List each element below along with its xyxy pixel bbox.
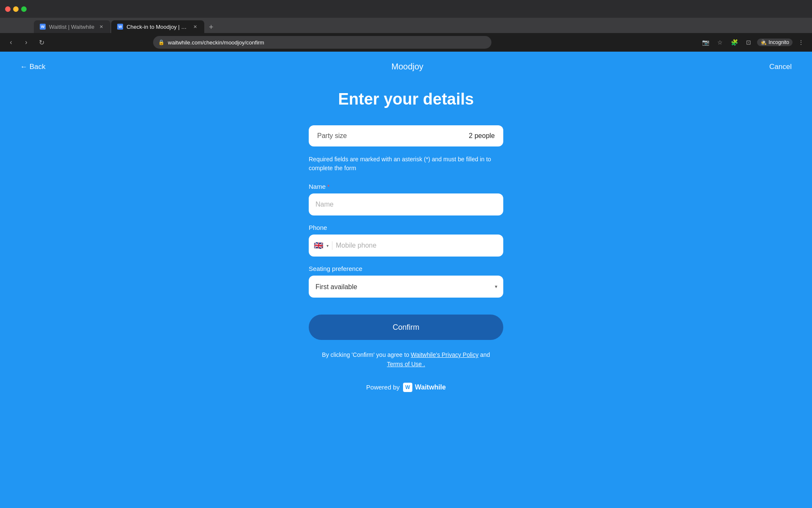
privacy-policy-link[interactable]: Waitwhile's Privacy Policy <box>411 351 478 358</box>
back-label: ← Back <box>20 63 46 71</box>
confirm-button[interactable]: Confirm <box>309 315 503 340</box>
terms-of-use-link[interactable]: Terms of Use . <box>387 361 425 367</box>
legal-and: and <box>480 351 490 358</box>
site-title: Moodjoy <box>392 62 424 72</box>
page-heading: Enter your details <box>338 90 474 108</box>
tab-close-checkin[interactable]: ✕ <box>192 23 198 30</box>
main-content: Enter your details Party size 2 people R… <box>0 82 812 417</box>
nav-forward-button[interactable]: › <box>20 36 32 48</box>
back-button[interactable]: ← Back <box>20 63 46 71</box>
name-required-star: * <box>327 183 329 190</box>
tab-label-checkin: Check-in to Moodjoy | Waitwhi... <box>126 24 188 30</box>
phone-country-arrow-icon: ▾ <box>326 243 329 248</box>
name-label: Name * <box>309 183 503 190</box>
no-camera-icon: 📷̶ <box>700 36 711 48</box>
tab-close-waitlist[interactable]: ✕ <box>98 23 104 30</box>
tab-label-waitlist: Waitlist | Waitwhile <box>49 24 94 30</box>
more-menu-button[interactable]: ⋮ <box>795 36 807 48</box>
browser-chrome: W Waitlist | Waitwhile ✕ W Check-in to M… <box>0 0 812 52</box>
required-note: Required fields are marked with an aster… <box>309 155 503 173</box>
name-field-group: Name * <box>309 183 503 215</box>
form-container: Party size 2 people Required fields are … <box>309 125 503 392</box>
phone-field-group: Phone 🇬🇧 ▾ <box>309 224 503 257</box>
browser-actions: 📷̶ ☆ 🧩 ⊡ 🕵 Incognito ⋮ <box>700 36 807 48</box>
bookmark-icon[interactable]: ☆ <box>714 36 726 48</box>
refresh-button[interactable]: ↻ <box>36 36 47 48</box>
seating-select-wrapper: First available Indoor Outdoor Bar ▾ <box>309 276 503 298</box>
party-size-row: Party size 2 people <box>309 125 503 146</box>
lock-icon: 🔒 <box>158 39 165 45</box>
flag-uk-icon: 🇬🇧 <box>314 241 323 250</box>
waitwhile-logo: W Waitwhile <box>403 383 446 392</box>
phone-input[interactable] <box>336 242 498 249</box>
tab-favicon-waitlist: W <box>40 24 46 30</box>
tab-waitlist[interactable]: W Waitlist | Waitwhile ✕ <box>34 20 110 33</box>
page-header: ← Back Moodjoy Cancel <box>0 52 812 82</box>
extensions-icon[interactable]: 🧩 <box>728 36 740 48</box>
legal-text: By clicking 'Confirm' you agree to Waitw… <box>309 350 503 369</box>
browser-toolbar <box>0 0 812 18</box>
address-bar-row: ‹ › ↻ 🔒 waitwhile.com/checkin/moodjoy/co… <box>0 33 812 52</box>
seating-label: Seating preference <box>309 265 503 272</box>
party-size-value: 2 people <box>469 132 495 140</box>
phone-divider <box>332 241 332 250</box>
legal-prefix: By clicking 'Confirm' you agree to <box>322 351 409 358</box>
tabs-bar: W Waitlist | Waitwhile ✕ W Check-in to M… <box>0 18 812 33</box>
incognito-icon: 🕵 <box>760 39 767 45</box>
powered-by: Powered by W Waitwhile <box>309 383 503 392</box>
party-size-label: Party size <box>317 132 347 140</box>
traffic-lights <box>5 6 27 12</box>
incognito-badge: 🕵 Incognito <box>757 39 793 46</box>
incognito-label: Incognito <box>768 39 789 45</box>
phone-label: Phone <box>309 224 503 231</box>
tab-favicon-checkin: W <box>117 24 123 30</box>
sidebar-icon[interactable]: ⊡ <box>743 36 754 48</box>
phone-input-wrapper[interactable]: 🇬🇧 ▾ <box>309 235 503 257</box>
seating-field-group: Seating preference First available Indoo… <box>309 265 503 298</box>
name-input[interactable] <box>309 193 503 215</box>
close-window-button[interactable] <box>5 6 11 12</box>
address-text: waitwhile.com/checkin/moodjoy/confirm <box>168 39 264 46</box>
page: ← Back Moodjoy Cancel Enter your details… <box>0 52 812 508</box>
cancel-button[interactable]: Cancel <box>769 63 792 71</box>
seating-select[interactable]: First available Indoor Outdoor Bar <box>309 276 503 298</box>
nav-back-button[interactable]: ‹ <box>5 36 17 48</box>
waitwhile-logo-icon: W <box>403 383 412 392</box>
new-tab-button[interactable]: + <box>205 21 217 33</box>
powered-by-label: Powered by <box>366 384 400 391</box>
maximize-window-button[interactable] <box>21 6 27 12</box>
address-bar[interactable]: 🔒 waitwhile.com/checkin/moodjoy/confirm <box>153 36 491 49</box>
minimize-window-button[interactable] <box>13 6 19 12</box>
waitwhile-logo-text: Waitwhile <box>415 384 446 391</box>
tab-checkin[interactable]: W Check-in to Moodjoy | Waitwhi... ✕ <box>111 20 204 33</box>
